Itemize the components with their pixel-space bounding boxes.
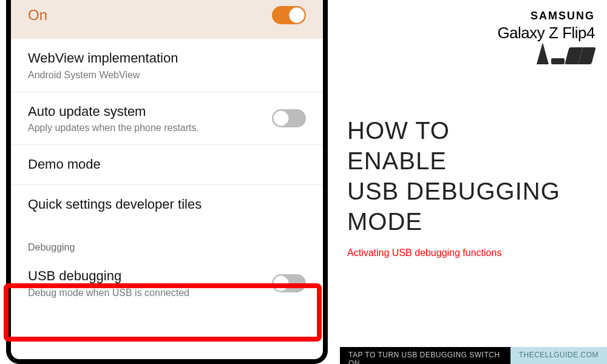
setting-title: Demo mode [28, 156, 306, 174]
setting-title: USB debugging [28, 268, 272, 285]
developer-options-master-row[interactable]: On [11, 0, 323, 39]
master-toggle-label: On [28, 7, 47, 24]
setting-title: Auto update system [28, 103, 272, 121]
setting-subtitle: Apply updates when the phone restarts. [28, 123, 272, 133]
footer-bar: TAP TO TURN USB DEBUGGING SWITCH ON THEC… [340, 347, 607, 364]
brand-maker: SAMSUNG [347, 10, 595, 22]
master-toggle-switch[interactable] [272, 6, 306, 24]
headline-line: ENABLE [347, 146, 595, 176]
setting-demo-mode[interactable]: Demo mode [11, 145, 323, 185]
brand-model: Galaxy Z Flip4 [347, 24, 595, 42]
device-icon [537, 42, 594, 64]
tutorial-subtitle: Activating USB debugging functions [347, 248, 595, 258]
auto-update-toggle[interactable] [272, 109, 306, 127]
headline-line: HOW TO [347, 115, 595, 146]
highlight-usb-debugging-box [4, 283, 322, 342]
headline-line: MODE [347, 206, 595, 237]
settings-list: WebView implementation Android System We… [11, 39, 323, 309]
tutorial-headline: HOW TO ENABLE USB DEBUGGING MODE [347, 115, 595, 237]
setting-auto-update-system[interactable]: Auto update system Apply updates when th… [11, 92, 323, 146]
tutorial-panel: SAMSUNG Galaxy Z Flip4 HOW TO ENABLE USB… [340, 0, 607, 364]
setting-webview-implementation[interactable]: WebView implementation Android System We… [11, 39, 323, 92]
branding-block: SAMSUNG Galaxy Z Flip4 [347, 10, 595, 42]
footer-credit: THECELLGUIDE.COM [510, 347, 607, 364]
setting-title: Quick settings developer tiles [28, 196, 306, 214]
setting-title: WebView implementation [28, 50, 306, 67]
setting-subtitle: Android System WebView [28, 70, 306, 81]
headline-line: USB DEBUGGING [347, 176, 595, 206]
section-header-debugging: Debugging [11, 224, 323, 257]
setting-quick-settings-tiles[interactable]: Quick settings developer tiles [11, 185, 323, 224]
footer-caption: TAP TO TURN USB DEBUGGING SWITCH ON [340, 347, 510, 364]
